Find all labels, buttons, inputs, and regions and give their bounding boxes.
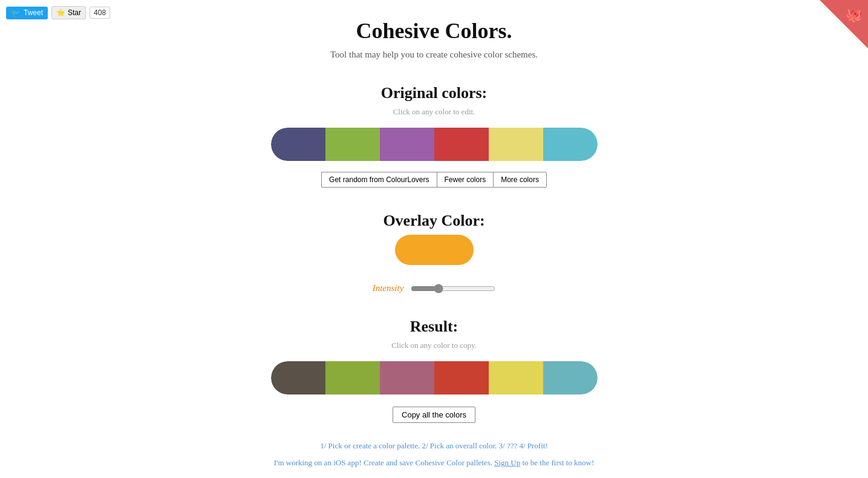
intensity-label: Intensity — [373, 283, 404, 293]
tweet-button[interactable]: 🐦 Tweet — [6, 7, 48, 19]
github-corner[interactable]: 🐙 — [820, 0, 868, 48]
result-swatch-1[interactable] — [325, 361, 380, 395]
result-swatch-2[interactable] — [380, 361, 434, 395]
original-colors-hint: Click on any color to edit. — [174, 107, 694, 117]
original-swatch-4[interactable] — [489, 128, 543, 161]
github-icon: 🐙 — [846, 7, 862, 23]
page-title: Cohesive Colors. — [174, 18, 694, 44]
signup-link[interactable]: Sign Up — [494, 458, 520, 467]
overlay-color-title: Overlay Color: — [174, 212, 694, 230]
result-hint: Click on any color to copy. — [174, 341, 694, 350]
social-bar: 🐦 Tweet ⭐ Star 408 — [6, 6, 110, 19]
original-swatch-0[interactable] — [271, 128, 325, 161]
more-colors-button[interactable]: More colors — [493, 172, 547, 188]
get-random-button[interactable]: Get random from ColourLovers — [321, 172, 436, 188]
ios-promo-before: I'm working on an iOS app! Create and sa… — [274, 458, 494, 467]
tweet-label: Tweet — [24, 8, 43, 17]
original-swatch-3[interactable] — [434, 128, 489, 161]
result-color-bar — [271, 361, 598, 395]
original-swatch-2[interactable] — [380, 128, 434, 161]
result-section: Result: Click on any color to copy. — [174, 318, 694, 395]
original-color-bar — [271, 128, 598, 161]
overlay-section: Overlay Color: — [174, 212, 694, 265]
original-swatch-5[interactable] — [543, 128, 598, 161]
result-swatch-0[interactable] — [271, 361, 325, 395]
intensity-row: Intensity — [174, 283, 694, 293]
page-subtitle: Tool that may help you to create cohesiv… — [174, 50, 694, 60]
twitter-icon: 🐦 — [11, 8, 21, 18]
color-controls: Get random from ColourLovers Fewer color… — [174, 172, 694, 188]
steps-text: 1/ Pick or create a color palette. 2/ Pi… — [174, 441, 694, 451]
ios-promo-after: to be the first to know! — [522, 458, 594, 467]
overlay-color-pill[interactable] — [395, 235, 474, 265]
star-count: 408 — [90, 7, 110, 19]
result-swatch-4[interactable] — [489, 361, 543, 395]
result-title: Result: — [174, 318, 694, 336]
result-swatch-3[interactable] — [434, 361, 489, 395]
star-label: Star — [68, 8, 81, 17]
ios-promo: I'm working on an iOS app! Create and sa… — [174, 458, 694, 468]
github-star-button[interactable]: ⭐ Star — [51, 6, 86, 19]
original-swatch-1[interactable] — [325, 128, 380, 161]
original-colors-title: Original colors: — [174, 84, 694, 102]
main-content: Cohesive Colors. Tool that may help you … — [162, 0, 706, 478]
fewer-colors-button[interactable]: Fewer colors — [437, 172, 494, 188]
star-icon: ⭐ — [56, 8, 65, 17]
result-swatch-5[interactable] — [543, 361, 598, 395]
copy-all-button[interactable]: Copy all the colors — [393, 407, 475, 423]
intensity-slider[interactable] — [411, 284, 495, 293]
